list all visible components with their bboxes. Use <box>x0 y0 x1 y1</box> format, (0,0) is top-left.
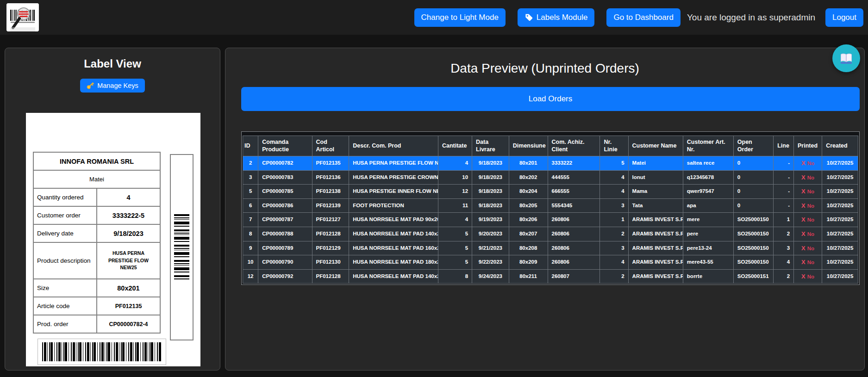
printed-status: XNo <box>794 213 822 227</box>
cross-mark-icon: X <box>801 174 806 181</box>
label-view-panel: Label View Manage Keys INNOFA ROMANIA SR… <box>5 48 220 371</box>
orders-table: ID Comanda Productie Cod Articol Descr. … <box>243 136 858 284</box>
label-field-name: Delivery date <box>33 224 97 242</box>
labels-module-label: Labels Module <box>537 13 588 22</box>
table-row[interactable]: 7 CP00000787 PF012127 HUSA NORRSELE MAT … <box>243 213 858 227</box>
printed-no-label: No <box>807 231 814 237</box>
cross-mark-icon: X <box>801 259 806 266</box>
docs-floating-button[interactable] <box>832 44 860 72</box>
printed-status: XNo <box>794 185 822 199</box>
label-field-name: Size <box>33 279 97 297</box>
printed-no-label: No <box>807 274 814 279</box>
label-preview: INNOFA ROMANIA SRL Matei Quantity ordere… <box>26 113 200 366</box>
label-company: INNOFA ROMANIA SRL <box>33 152 160 170</box>
labels-module-button[interactable]: Labels Module <box>518 8 595 27</box>
orders-table-body: 2 CP00000782 PF012135 HUSA PERNA PRESTIG… <box>243 156 858 284</box>
load-orders-button[interactable]: Load Orders <box>241 87 860 111</box>
printed-status: XNo <box>794 198 822 213</box>
app-root: Change to Light Mode Labels Module Go to… <box>0 0 868 377</box>
col-header-dimensiune[interactable]: Dimensiune <box>509 136 548 156</box>
col-header-cod-articol[interactable]: Cod Articol <box>312 136 349 156</box>
col-header-nr-linie[interactable]: Nr. Linie <box>600 136 628 156</box>
col-header-data-livrare[interactable]: Data Livrare <box>472 136 509 156</box>
manage-keys-label: Manage Keys <box>97 82 138 89</box>
horizontal-barcode <box>37 339 166 365</box>
barcode-scanner-logo-icon <box>6 3 39 31</box>
app-logo[interactable] <box>6 3 39 31</box>
navbar-actions: Change to Light Mode Labels Module Go to… <box>402 0 863 35</box>
data-preview-panel: Data Preview (Unprinted Orders) Load Ord… <box>225 48 865 371</box>
col-header-descr[interactable]: Descr. Com. Prod <box>349 136 438 156</box>
label-field-value: 4 <box>97 188 160 206</box>
col-header-open-order[interactable]: Open Order <box>733 136 773 156</box>
cross-mark-icon: X <box>801 216 806 223</box>
col-header-com-achiz[interactable]: Com. Achiz. Client <box>548 136 600 156</box>
col-header-cantitate[interactable]: Cantitate <box>438 136 472 156</box>
label-view-title: Label View <box>5 57 220 70</box>
table-row[interactable]: 5 CP00000785 PF012138 HUSA PRESTIGE INNE… <box>243 185 858 199</box>
manage-keys-button[interactable]: Manage Keys <box>80 79 145 93</box>
cross-mark-icon: X <box>801 230 806 237</box>
key-icon <box>87 82 94 89</box>
label-customer: Matei <box>33 170 160 188</box>
orders-table-container: ID Comanda Productie Cod Articol Descr. … <box>241 131 860 285</box>
printed-status: XNo <box>794 255 822 270</box>
label-field-value: CP00000782-4 <box>97 315 160 333</box>
printed-no-label: No <box>807 260 814 265</box>
table-row[interactable]: 2 CP00000782 PF012135 HUSA PERNA PRESTIG… <box>243 156 858 171</box>
col-header-line[interactable]: Line <box>774 136 794 156</box>
label-field-value: 3333222-5 <box>97 206 160 224</box>
table-row[interactable]: 12 CP00000792 PF012128 HUSA NORRSELE MAT… <box>243 269 858 284</box>
orders-table-header-row: ID Comanda Productie Cod Articol Descr. … <box>243 136 858 156</box>
printed-status: XNo <box>794 269 822 284</box>
cross-mark-icon: X <box>801 273 806 280</box>
table-row[interactable]: 8 CP00000788 PF012128 HUSA NORRSELE MAT … <box>243 227 858 241</box>
label-field-name: Article code <box>33 297 97 315</box>
printed-status: XNo <box>794 227 822 241</box>
table-row[interactable]: 9 CP00000789 PF012129 HUSA NORRSELE MAT … <box>243 241 858 255</box>
label-field-value: 9/18/2023 <box>97 224 160 242</box>
table-row[interactable]: 6 CP00000786 PF012139 FOOT PROTECTION 11… <box>243 198 858 213</box>
open-book-icon <box>839 52 853 65</box>
printed-no-label: No <box>807 246 814 251</box>
col-header-id[interactable]: ID <box>243 136 258 156</box>
label-field-value: PF012135 <box>97 297 160 315</box>
navbar: Change to Light Mode Labels Module Go to… <box>0 0 868 35</box>
label-field-name: Customer order <box>33 206 97 224</box>
change-light-mode-button[interactable]: Change to Light Mode <box>414 8 506 27</box>
label-field-name: Product description <box>33 242 97 279</box>
cross-mark-icon: X <box>801 188 806 195</box>
logged-in-status: You are logged in as superadmin <box>687 12 815 23</box>
label-field-name: Prod. order <box>33 315 97 333</box>
label-field-value: 80x201 <box>97 279 160 297</box>
go-to-dashboard-button[interactable]: Go to Dashboard <box>606 8 680 27</box>
printed-no-label: No <box>807 217 814 222</box>
printed-no-label: No <box>807 175 814 180</box>
col-header-customer-art[interactable]: Customer Art. Nr. <box>683 136 733 156</box>
col-header-printed[interactable]: Printed <box>794 136 822 156</box>
col-header-customer-name[interactable]: Customer Name <box>628 136 683 156</box>
label-field-value: HUSA PERNA PRESTIGE FLOW NEW25 <box>97 242 160 279</box>
printed-status: XNo <box>794 170 822 185</box>
printed-no-label: No <box>807 203 814 209</box>
vertical-barcode <box>170 154 194 340</box>
data-preview-title: Data Preview (Unprinted Orders) <box>225 61 864 76</box>
printed-no-label: No <box>807 161 814 166</box>
col-header-created[interactable]: Created <box>822 136 858 156</box>
cross-mark-icon: X <box>801 202 806 209</box>
tag-icon <box>525 13 533 22</box>
table-row[interactable]: 3 CP00000783 PF012136 HUSA PERNA PRESTIG… <box>243 170 858 185</box>
logout-button[interactable]: Logout <box>825 8 863 27</box>
cross-mark-icon: X <box>801 245 806 252</box>
table-row[interactable]: 10 CP00000790 PF012130 HUSA NORRSELE MAT… <box>243 255 858 270</box>
cross-mark-icon: X <box>801 160 806 167</box>
printed-status: XNo <box>794 241 822 255</box>
label-field-name: Quantity ordered <box>33 188 97 206</box>
printed-status: XNo <box>794 156 822 171</box>
printed-no-label: No <box>807 189 814 194</box>
label-table: INNOFA ROMANIA SRL Matei Quantity ordere… <box>33 152 161 334</box>
col-header-comanda[interactable]: Comanda Productie <box>258 136 312 156</box>
